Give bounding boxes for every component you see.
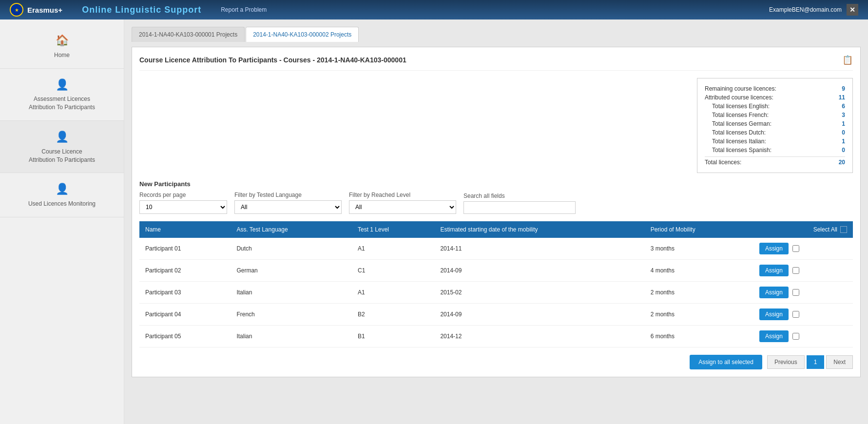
english-label: Total licenses English: [705,103,770,110]
filters-section: New Participants Records per page 10 25 … [139,180,853,214]
user-email: ExampleBEN@domain.com [769,6,842,13]
col-period: Period of Mobility [645,221,753,238]
report-problem-link[interactable]: Report a Problem [221,6,267,13]
german-value: 1 [842,120,845,127]
assign-button[interactable]: Assign [759,265,789,276]
main-layout: 🏠 Home 👤 Assessment LicencesAttribution … [0,19,868,424]
cell-start-date: 2015-02 [434,282,644,304]
sidebar-item-course[interactable]: 👤 Course LicenceAttribution To Participa… [0,121,124,173]
stats-french: Total licenses French: 3 [705,111,845,119]
search-input[interactable] [463,201,576,214]
home-icon: 🏠 [56,33,69,48]
erasmus-text: Erasmus+ [27,6,62,14]
cell-start-date: 2014-11 [434,238,644,260]
remaining-value: 9 [842,85,845,92]
filter-language-select[interactable]: All Dutch German Italian French [234,200,342,214]
sidebar-item-used-licences[interactable]: 👤 Used Licences Monitoring [0,173,124,217]
row-checkbox[interactable] [792,267,799,274]
row-checkbox[interactable] [792,245,799,252]
records-per-page-label: Records per page [139,192,227,198]
tab-1[interactable]: 2014-1-NA40-KA103-000001 Projects [132,27,245,42]
filter-level-select[interactable]: All A1 B1 B2 C1 [349,200,456,214]
assign-button[interactable]: Assign [759,243,789,254]
cell-period: 6 months [645,326,753,347]
table-header-row: Name Ass. Test Language Test 1 Level Est… [139,221,853,238]
records-per-page-group: Records per page 10 25 50 [139,192,227,214]
total-value: 20 [839,159,845,166]
cell-language: Dutch [231,238,352,260]
table-row: Participant 01 Dutch A1 2014-11 3 months… [139,238,853,260]
header: ★ Erasmus+ Online Linguistic Support Rep… [0,0,868,19]
sidebar-item-home[interactable]: 🏠 Home [0,24,124,69]
french-label: Total licenses French: [705,112,769,118]
cell-level: B2 [352,304,434,326]
row-checkbox[interactable] [792,333,799,340]
cell-action: Assign [753,260,853,282]
attributed-label: Attributed course licences: [705,94,773,101]
close-button[interactable]: ✕ [847,4,858,16]
records-per-page-select[interactable]: 10 25 50 [139,200,227,214]
assign-button[interactable]: Assign [759,330,789,342]
cell-name: Participant 02 [139,260,231,282]
stats-remaining: Remaining course licences: 9 [705,84,845,93]
remaining-label: Remaining course licences: [705,85,776,92]
tab-2[interactable]: 2014-1-NA40-KA103-000002 Projects [246,27,359,42]
assessment-icon: 👤 [56,77,69,93]
cell-start-date: 2014-09 [434,260,644,282]
stats-english: Total licenses English: 6 [705,102,845,111]
sidebar-item-home-label: Home [54,51,70,59]
assign-button[interactable]: Assign [759,287,789,298]
panel-header: Course Licence Attribution To Participan… [139,55,853,71]
panel-icon[interactable]: 📋 [842,55,853,65]
cell-language: Italian [231,326,352,347]
cell-language: French [231,304,352,326]
row-checkbox[interactable] [792,289,799,296]
stats-box: Remaining course licences: 9 Attributed … [697,78,853,173]
page-1-button[interactable]: 1 [807,355,825,369]
row-checkbox[interactable] [792,311,799,318]
cell-language: Italian [231,282,352,304]
table-row: Participant 05 Italian B1 2014-12 6 mont… [139,326,853,347]
previous-button[interactable]: Previous [767,355,805,369]
ols-text: Online Linguistic Support [82,5,201,15]
col-start-date: Estimated starting date of the mobility [434,221,644,238]
filter-level-label: Filter by Reached Level [349,192,456,198]
pagination: Previous 1 Next [767,355,853,369]
italian-label: Total licenses Italian: [705,138,766,145]
italian-value: 1 [842,138,845,145]
cell-period: 4 months [645,260,753,282]
bottom-row: Assign to all selected Previous 1 Next [139,355,853,369]
cell-start-date: 2014-12 [434,326,644,347]
header-left: ★ Erasmus+ Online Linguistic Support Rep… [10,3,267,17]
next-button[interactable]: Next [826,355,853,369]
select-all-checkbox[interactable] [840,226,847,233]
assign-button[interactable]: Assign [759,308,789,320]
cell-name: Participant 03 [139,282,231,304]
dutch-value: 0 [842,129,845,136]
cell-level: C1 [352,260,434,282]
stats-dutch: Total licenses Dutch: 0 [705,128,845,137]
header-right: ExampleBEN@domain.com ✕ [769,4,858,16]
spanish-value: 0 [842,147,845,154]
participants-table: Name Ass. Test Language Test 1 Level Est… [139,221,853,347]
cell-level: B1 [352,326,434,347]
table-row: Participant 04 French B2 2014-09 2 month… [139,304,853,326]
german-label: Total licenses German: [705,120,772,127]
sidebar-item-course-label: Course LicenceAttribution To Participant… [29,148,95,164]
sidebar-item-used-licences-label: Used Licences Monitoring [28,200,96,208]
assign-all-button[interactable]: Assign to all selected [690,355,762,369]
sidebar-item-assessment-label: Assessment LicencesAttribution To Partic… [29,95,95,112]
stats-total: Total licences: 20 [705,156,845,167]
col-select-all: Select All [753,221,853,238]
stats-attributed: Attributed course licences: 11 [705,93,845,102]
sidebar-item-assessment[interactable]: 👤 Assessment LicencesAttribution To Part… [0,69,124,121]
cell-period: 3 months [645,238,753,260]
search-label: Search all fields [463,193,576,199]
filters-row: Records per page 10 25 50 Filter by Test… [139,192,853,214]
cell-period: 2 months [645,304,753,326]
cell-action: Assign [753,304,853,326]
stats-spanish: Total licenses Spanish: 0 [705,146,845,154]
english-value: 6 [842,103,845,110]
content-area: 2014-1-NA40-KA103-000001 Projects 2014-1… [124,19,868,424]
filter-language-group: Filter by Tested Language All Dutch Germ… [234,192,342,214]
